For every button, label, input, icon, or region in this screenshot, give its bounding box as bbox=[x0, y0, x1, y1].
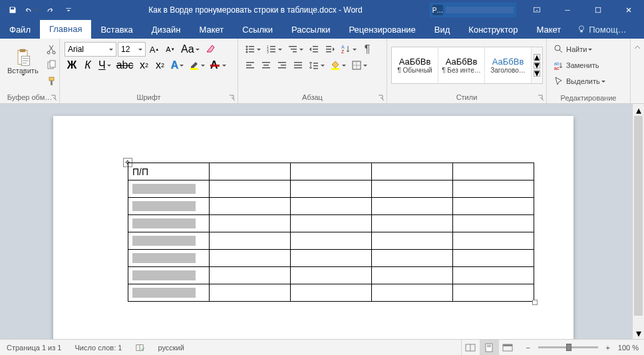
ribbon-options-icon[interactable] bbox=[522, 0, 552, 20]
table-cell[interactable] bbox=[128, 232, 210, 250]
styles-dialog-launcher[interactable] bbox=[537, 94, 545, 102]
qat-customize-icon[interactable] bbox=[60, 1, 77, 19]
collapse-ribbon-icon[interactable] bbox=[631, 42, 643, 53]
undo-icon[interactable] bbox=[23, 1, 40, 19]
pilcrow-icon[interactable]: ¶ bbox=[360, 42, 375, 57]
tab-home[interactable]: Главная bbox=[40, 20, 91, 39]
zoom-value[interactable]: 100 % bbox=[618, 344, 639, 352]
replace-button[interactable]: abacЗаменить bbox=[552, 58, 601, 73]
table-resize-handle[interactable] bbox=[532, 300, 538, 305]
bullets-icon[interactable] bbox=[243, 42, 263, 57]
table-cell[interactable] bbox=[128, 180, 210, 198]
align-right-icon[interactable] bbox=[275, 58, 289, 73]
table-cell-header[interactable]: П/П bbox=[128, 163, 210, 180]
tab-design[interactable]: Дизайн bbox=[142, 20, 190, 39]
numbering-icon[interactable]: 123 bbox=[264, 42, 284, 57]
clipboard-dialog-launcher[interactable] bbox=[50, 94, 58, 102]
style-gallery[interactable]: АаБбВв¶ Обычный АаБбВв¶ Без инте… АаБбВв… bbox=[391, 47, 543, 84]
tab-mailings[interactable]: Рассылки bbox=[282, 20, 339, 39]
clear-format-icon[interactable] bbox=[203, 42, 218, 57]
table-cell[interactable] bbox=[128, 250, 210, 267]
strike-button[interactable]: abc bbox=[114, 58, 136, 73]
print-layout-icon[interactable] bbox=[480, 340, 498, 356]
outdent-icon[interactable] bbox=[307, 42, 321, 57]
vertical-scrollbar[interactable]: ▴ ▾ bbox=[632, 104, 644, 339]
underline-button[interactable]: Ч bbox=[96, 58, 113, 73]
minimize-icon[interactable] bbox=[552, 0, 583, 20]
line-spacing-icon[interactable] bbox=[307, 58, 327, 73]
text-effects-icon[interactable]: A bbox=[168, 58, 186, 73]
style-normal[interactable]: АаБбВв¶ Обычный bbox=[392, 47, 438, 83]
align-center-icon[interactable] bbox=[259, 58, 273, 73]
zoom-slider[interactable] bbox=[538, 346, 598, 348]
justify-icon[interactable] bbox=[291, 58, 305, 73]
change-case-icon[interactable]: Aa bbox=[179, 42, 202, 57]
font-color-icon[interactable]: A bbox=[208, 58, 228, 73]
shading-icon[interactable] bbox=[328, 58, 348, 73]
clipboard-label: Буфер обм… bbox=[7, 93, 52, 101]
format-painter-icon[interactable] bbox=[44, 74, 59, 89]
zoom-out-icon[interactable]: − bbox=[523, 342, 534, 353]
font-size-combo[interactable]: 12 bbox=[118, 42, 146, 57]
borders-icon[interactable] bbox=[349, 58, 369, 73]
sort-icon[interactable]: AZ bbox=[339, 42, 359, 57]
multilevel-icon[interactable] bbox=[285, 42, 305, 57]
tell-me[interactable]: Помощ… bbox=[570, 20, 633, 39]
table-cell[interactable] bbox=[128, 284, 210, 302]
status-language[interactable]: русский bbox=[151, 344, 190, 352]
read-mode-icon[interactable] bbox=[461, 340, 480, 356]
page[interactable]: ✥ П/П bbox=[53, 116, 573, 339]
copy-icon[interactable] bbox=[44, 58, 59, 73]
close-icon[interactable] bbox=[613, 0, 644, 20]
select-button[interactable]: Выделить bbox=[552, 74, 607, 89]
document-table[interactable]: П/П bbox=[128, 163, 534, 302]
scroll-up-icon[interactable]: ▴ bbox=[633, 104, 644, 116]
table-cell[interactable] bbox=[128, 215, 210, 232]
grow-font-icon[interactable]: A▲ bbox=[147, 42, 162, 57]
font-name-combo[interactable]: Arial bbox=[65, 42, 116, 57]
tab-file[interactable]: Файл bbox=[0, 20, 40, 39]
paste-button[interactable]: Вставить bbox=[3, 41, 43, 90]
style-no-spacing[interactable]: АаБбВв¶ Без инте… bbox=[438, 47, 485, 83]
tab-table-design[interactable]: Конструктор bbox=[459, 20, 527, 39]
svg-rect-55 bbox=[331, 68, 339, 70]
tab-table-layout[interactable]: Макет bbox=[527, 20, 570, 39]
style-heading[interactable]: АаБбВвЗаголово… bbox=[485, 47, 532, 83]
find-button[interactable]: Найти bbox=[552, 42, 594, 57]
indent-icon[interactable] bbox=[323, 42, 337, 57]
align-left-icon[interactable] bbox=[243, 58, 257, 73]
maximize-icon[interactable] bbox=[583, 0, 613, 20]
tab-layout[interactable]: Макет bbox=[190, 20, 233, 39]
superscript-button[interactable]: x2 bbox=[152, 58, 167, 73]
cursor-icon bbox=[554, 76, 564, 87]
status-proofing[interactable] bbox=[128, 343, 151, 352]
scroll-down-icon[interactable]: ▾ bbox=[633, 327, 644, 339]
highlight-icon[interactable] bbox=[187, 58, 207, 73]
italic-button[interactable]: К bbox=[80, 58, 95, 73]
svg-rect-53 bbox=[313, 65, 318, 67]
tab-view[interactable]: Вид bbox=[425, 20, 460, 39]
redo-icon[interactable] bbox=[41, 1, 59, 19]
svg-point-21 bbox=[246, 51, 248, 53]
style-gallery-expand[interactable]: ▴▾▾ bbox=[532, 47, 542, 83]
tab-review[interactable]: Рецензирование bbox=[339, 20, 424, 39]
svg-rect-46 bbox=[278, 62, 286, 63]
table-cell[interactable] bbox=[128, 198, 210, 215]
subscript-button[interactable]: x2 bbox=[136, 58, 151, 73]
cut-icon[interactable] bbox=[44, 42, 59, 57]
bold-button[interactable]: Ж bbox=[65, 58, 79, 73]
table-cell[interactable] bbox=[128, 267, 210, 284]
tab-references[interactable]: Ссылки bbox=[233, 20, 282, 39]
font-dialog-launcher[interactable] bbox=[228, 94, 236, 102]
shrink-font-icon[interactable]: A▼ bbox=[163, 42, 178, 57]
tab-insert[interactable]: Вставка bbox=[91, 20, 142, 39]
web-layout-icon[interactable] bbox=[498, 340, 517, 356]
paragraph-dialog-launcher[interactable] bbox=[377, 94, 385, 102]
zoom-in-icon[interactable]: + bbox=[603, 342, 613, 353]
status-words[interactable]: Число слов: 1 bbox=[68, 344, 128, 352]
save-icon[interactable] bbox=[4, 1, 21, 19]
status-page[interactable]: Страница 1 из 1 bbox=[0, 344, 68, 352]
scroll-thumb[interactable] bbox=[634, 116, 643, 316]
svg-text:ab: ab bbox=[554, 61, 560, 66]
account-area[interactable]: Р… bbox=[430, 3, 516, 17]
